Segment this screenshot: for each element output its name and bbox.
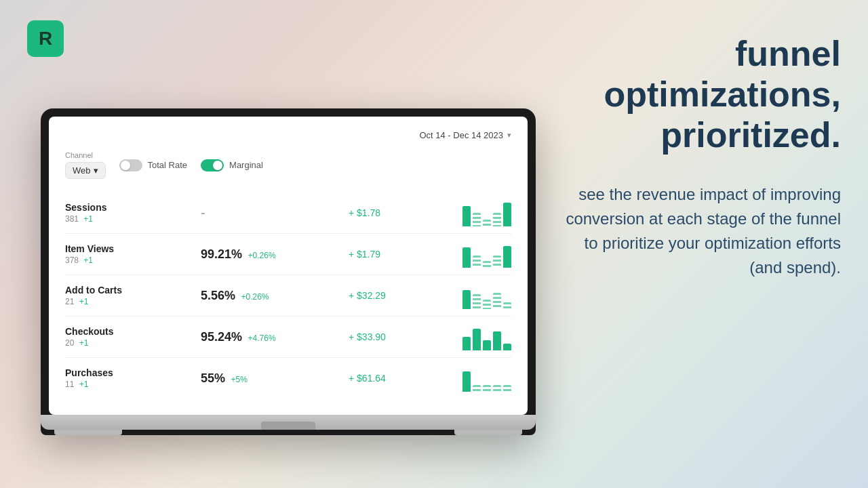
bar	[503, 385, 511, 392]
revenue-value: + $32.29	[349, 290, 394, 301]
channel-dropdown[interactable]: Web ▾	[65, 162, 106, 179]
mini-chart-cell	[430, 365, 511, 392]
bar	[503, 302, 511, 309]
mini-chart	[430, 241, 511, 268]
table-row: Sessions 381 +1 -+ $1.78	[65, 192, 511, 234]
metric-count-change: +1	[79, 338, 89, 348]
mini-chart	[430, 365, 511, 392]
hero-section: funnel optimizations, prioritized. see t…	[549, 34, 841, 280]
revenue-cell: + $32.29	[349, 289, 430, 302]
app-logo: R	[27, 20, 64, 57]
laptop-screen-outer: Oct 14 - Dec 14 2023 ▾ Channel Web ▾	[41, 108, 536, 435]
total-rate-toggle-group: Total Rate	[119, 159, 188, 171]
revenue-value: + $33.90	[349, 331, 394, 342]
marginal-label: Marginal	[229, 160, 263, 170]
bar	[473, 294, 481, 309]
channel-chevron-icon: ▾	[94, 165, 98, 176]
rate-value: 99.21%	[201, 247, 242, 261]
revenue-value: + $1.79	[349, 249, 389, 260]
bar	[493, 385, 501, 392]
bar	[473, 385, 481, 392]
bar	[503, 246, 511, 268]
metric-count-change: +1	[83, 256, 93, 265]
bar	[462, 206, 471, 226]
date-range-text: Oct 14 - Dec 14 2023	[419, 130, 503, 140]
marginal-toggle-group: Marginal	[201, 159, 263, 171]
mini-chart-cell	[430, 199, 511, 226]
bar	[493, 331, 501, 350]
bar	[493, 213, 501, 226]
top-bar: Oct 14 - Dec 14 2023 ▾	[65, 130, 511, 140]
metric-name: Add to Carts	[65, 285, 201, 296]
metric-count: 21 +1	[65, 297, 201, 306]
mini-chart	[430, 199, 511, 226]
bar	[483, 261, 491, 268]
revenue-cell: + $61.64	[349, 372, 430, 384]
table-row: Add to Carts 21 +1 5.56% +0.26% + $32.29	[65, 275, 511, 317]
revenue-cell: + $1.79	[349, 248, 430, 260]
metric-count-change: +1	[79, 380, 89, 389]
laptop-device: Oct 14 - Dec 14 2023 ▾ Channel Web ▾	[41, 108, 536, 435]
rate-cell: -	[201, 205, 349, 221]
channel-value: Web	[73, 165, 91, 176]
funnel-table: Sessions 381 +1 -+ $1.78 Item Views 378 …	[65, 192, 511, 399]
metric-count-change: +1	[83, 214, 93, 224]
marginal-toggle[interactable]	[201, 159, 224, 171]
table-row: Checkouts 20 +1 95.24% +4.76% + $33.90	[65, 317, 511, 358]
rate-change: +0.26%	[241, 292, 269, 302]
metric-cell: Sessions 381 +1	[65, 202, 201, 224]
mini-chart	[430, 282, 511, 309]
table-row: Purchases 11 +1 55% +5% + $61.64	[65, 358, 511, 399]
bar	[503, 203, 511, 226]
bar	[462, 337, 471, 350]
mini-chart-cell	[430, 241, 511, 268]
mini-chart-cell	[430, 282, 511, 309]
bar	[483, 300, 491, 309]
controls-row: Channel Web ▾ Total Rate Marginal	[65, 151, 511, 179]
metric-count: 378 +1	[65, 256, 201, 265]
channel-label: Channel	[65, 151, 106, 159]
laptop-notch	[261, 422, 315, 430]
laptop-screen: Oct 14 - Dec 14 2023 ▾ Channel Web ▾	[49, 117, 528, 415]
bar	[473, 213, 481, 226]
logo-letter: R	[39, 28, 52, 49]
revenue-value: + $1.78	[349, 207, 389, 218]
rate-value: 5.56%	[201, 289, 235, 302]
bar	[462, 371, 471, 392]
rate-cell: 55% +5%	[201, 371, 349, 386]
table-row: Item Views 378 +1 99.21% +0.26% + $1.79	[65, 234, 511, 275]
laptop-base	[41, 415, 536, 430]
revenue-cell: + $1.78	[349, 207, 430, 219]
metric-cell: Add to Carts 21 +1	[65, 285, 201, 306]
metric-cell: Checkouts 20 +1	[65, 326, 201, 348]
bar	[462, 247, 471, 268]
bar	[503, 344, 511, 350]
rate-change: +4.76%	[248, 333, 276, 343]
bar	[483, 340, 491, 350]
total-rate-toggle[interactable]	[119, 159, 142, 171]
rate-dash: -	[201, 205, 205, 220]
metric-name: Sessions	[65, 202, 201, 213]
date-range-selector[interactable]: Oct 14 - Dec 14 2023 ▾	[419, 130, 511, 140]
rate-value: 95.24%	[201, 330, 242, 344]
hero-subtitle: see the revenue impact of improving conv…	[549, 182, 841, 280]
hero-title: funnel optimizations, prioritized.	[549, 34, 841, 155]
metric-count: 20 +1	[65, 338, 201, 348]
rate-change: +5%	[231, 375, 247, 384]
dashboard: Oct 14 - Dec 14 2023 ▾ Channel Web ▾	[49, 117, 528, 412]
metric-count: 381 +1	[65, 214, 201, 224]
rate-cell: 95.24% +4.76%	[201, 330, 349, 344]
revenue-value: + $61.64	[349, 373, 394, 384]
bar	[493, 256, 501, 268]
chevron-down-icon: ▾	[507, 131, 511, 140]
metric-count-change: +1	[79, 297, 89, 306]
mini-chart	[430, 323, 511, 350]
laptop-foot-left	[54, 430, 122, 435]
rate-cell: 5.56% +0.26%	[201, 289, 349, 303]
bar	[473, 329, 481, 350]
bar	[462, 290, 471, 309]
bar	[473, 256, 481, 268]
mini-chart-cell	[430, 323, 511, 350]
laptop-foot-right	[454, 430, 522, 435]
metric-name: Purchases	[65, 367, 201, 378]
